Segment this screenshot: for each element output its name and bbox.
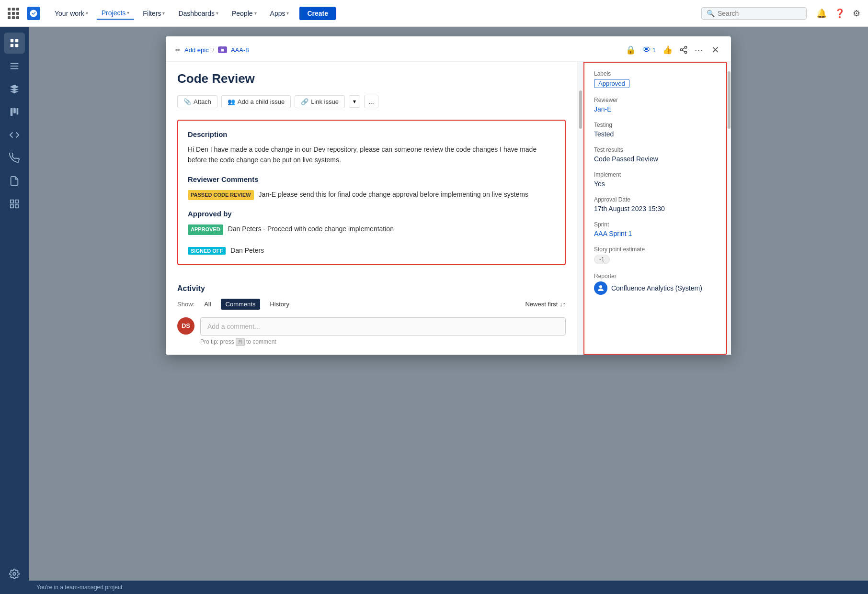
attach-button[interactable]: 📎 Attach — [177, 95, 217, 108]
more-options-icon[interactable]: ⋯ — [695, 45, 703, 55]
sprint-value[interactable]: AAA Sprint 1 — [594, 230, 717, 237]
approved-label-badge[interactable]: Approved — [594, 79, 629, 88]
right-scroll-strip[interactable] — [727, 62, 731, 355]
settings-icon[interactable]: ⚙ — [853, 8, 860, 19]
tab-comments[interactable]: Comments — [221, 299, 261, 310]
pro-tip: Pro tip: press M to comment — [200, 338, 566, 345]
search-icon: 🔍 — [707, 10, 715, 17]
modal-body: Code Review 📎 Attach 👥 Add a child issue — [166, 62, 731, 355]
svg-point-17 — [685, 51, 687, 54]
notifications-icon[interactable]: 🔔 — [816, 8, 827, 19]
sidebar-icon-layers[interactable] — [4, 78, 25, 100]
approved-by-section: Approved by APPROVED Dan Peters - Procee… — [188, 210, 555, 235]
svg-point-20 — [599, 285, 602, 288]
attach-icon: 📎 — [183, 98, 191, 105]
sidebar-icon-phone[interactable] — [4, 147, 25, 168]
nav-filters[interactable]: Filters ▾ — [138, 8, 170, 19]
reviewer-value[interactable]: Jan-E — [594, 105, 717, 113]
sidebar-icon-doc[interactable] — [4, 170, 25, 191]
watch-count[interactable]: 👁 1 — [642, 45, 656, 55]
nav-projects[interactable]: Projects ▾ — [97, 7, 135, 20]
tab-history[interactable]: History — [265, 299, 294, 310]
nav-apps[interactable]: Apps ▾ — [265, 8, 294, 19]
test-results-field-label: Test results — [594, 146, 717, 153]
search-input[interactable] — [718, 10, 801, 17]
tab-all[interactable]: All — [199, 299, 216, 310]
activity-section: Activity Show: All Comments History Newe… — [177, 277, 566, 345]
show-label: Show: — [177, 301, 194, 308]
reviewer-field-label: Reviewer — [594, 97, 717, 103]
left-scroll-strip[interactable] — [578, 62, 583, 355]
add-epic-link[interactable]: Add epic — [184, 46, 209, 54]
toolbar-dropdown-button[interactable]: ▾ — [349, 95, 360, 108]
reviewer-comments-section: Reviewer Comments PASSED CODE REVIEW Jan… — [188, 175, 555, 201]
story-point-field-label: Story point estimate — [594, 246, 717, 253]
passed-code-review-badge: PASSED CODE REVIEW — [188, 190, 254, 201]
story-point-value[interactable]: -1 — [594, 255, 610, 264]
signed-off-badge: SIGNED OFF — [188, 247, 226, 255]
lock-icon[interactable]: 🔒 — [626, 45, 636, 55]
svg-rect-3 — [15, 44, 18, 47]
sidebar-icon-component[interactable] — [4, 193, 25, 214]
content-box: Description Hi Den I have made a code ch… — [177, 120, 566, 265]
implement-field: Implement Yes — [594, 171, 717, 188]
comment-input[interactable]: Add a comment... — [200, 317, 566, 336]
nav-dashboards[interactable]: Dashboards ▾ — [173, 8, 223, 19]
sidebar-icon-list[interactable] — [4, 56, 25, 77]
modal-overlay: ✏ Add epic / ■ AAA-8 🔒 👁 1 👍 ⋯ ✕ — [29, 27, 868, 594]
help-icon[interactable]: ❓ — [834, 8, 845, 19]
svg-rect-9 — [17, 108, 19, 115]
nav-your-work[interactable]: Your work ▾ — [50, 8, 93, 19]
child-issue-icon: 👥 — [228, 98, 235, 105]
link-issue-button[interactable]: 🔗 Link issue — [295, 95, 345, 108]
chevron-icon: ▾ — [286, 11, 289, 16]
test-results-field: Test results Code Passed Review — [594, 146, 717, 163]
issue-key[interactable]: AAA-8 — [231, 46, 249, 54]
reviewer-field: Reviewer Jan-E — [594, 97, 717, 113]
chevron-icon: ▾ — [162, 11, 165, 16]
svg-line-19 — [682, 48, 685, 49]
description-section: Description Hi Den I have made a code ch… — [188, 130, 555, 166]
svg-rect-4 — [11, 63, 19, 64]
nav-people[interactable]: People ▾ — [227, 8, 262, 19]
chevron-icon: ▾ — [86, 11, 88, 16]
right-scroll-thumb — [728, 71, 731, 129]
reviewer-comments-title: Reviewer Comments — [188, 175, 555, 183]
sidebar-icon-home[interactable] — [4, 33, 25, 54]
chevron-icon: ▾ — [216, 11, 218, 16]
reporter-avatar — [594, 281, 607, 295]
toolbar-more-button[interactable]: ... — [364, 95, 378, 108]
chevron-icon: ▾ — [127, 10, 129, 15]
activity-title: Activity — [177, 284, 566, 293]
sidebar-icon-code[interactable] — [4, 124, 25, 146]
svg-rect-11 — [15, 200, 18, 203]
sort-control[interactable]: Newest first ↓↑ — [525, 301, 566, 308]
issue-modal: ✏ Add epic / ■ AAA-8 🔒 👁 1 👍 ⋯ ✕ — [166, 36, 731, 355]
svg-rect-5 — [11, 66, 19, 67]
svg-rect-8 — [13, 108, 16, 113]
status-bar: You're in a team-managed project — [29, 581, 868, 594]
share-icon[interactable] — [679, 45, 688, 54]
grid-menu-icon[interactable] — [8, 8, 19, 19]
svg-line-18 — [682, 50, 685, 52]
svg-point-16 — [680, 49, 683, 51]
reporter-field: Reporter Confluence Analytics (System) — [594, 273, 717, 295]
create-button[interactable]: Create — [299, 7, 336, 20]
approved-by-line: APPROVED Dan Peters - Proceed with code … — [188, 224, 555, 235]
reporter-name: Confluence Analytics (System) — [611, 284, 702, 292]
modal-left-panel: Code Review 📎 Attach 👥 Add a child issue — [166, 62, 578, 355]
approval-date-field-label: Approval Date — [594, 196, 717, 203]
signed-off-line: SIGNED OFF Dan Peters — [188, 247, 555, 255]
thumbsup-icon[interactable]: 👍 — [662, 45, 673, 55]
search-box[interactable]: 🔍 — [701, 7, 807, 20]
sidebar-icon-settings[interactable] — [4, 563, 25, 584]
reporter-field-label: Reporter — [594, 273, 717, 280]
svg-rect-2 — [11, 44, 13, 47]
close-button[interactable]: ✕ — [709, 42, 721, 57]
modal-breadcrumb: ✏ Add epic / ■ AAA-8 🔒 👁 1 👍 ⋯ ✕ — [166, 36, 731, 62]
story-point-field: Story point estimate -1 — [594, 246, 717, 264]
app-logo[interactable] — [27, 7, 40, 20]
implement-field-label: Implement — [594, 171, 717, 178]
sidebar-icon-board[interactable] — [4, 101, 25, 123]
add-child-issue-button[interactable]: 👥 Add a child issue — [221, 95, 291, 108]
